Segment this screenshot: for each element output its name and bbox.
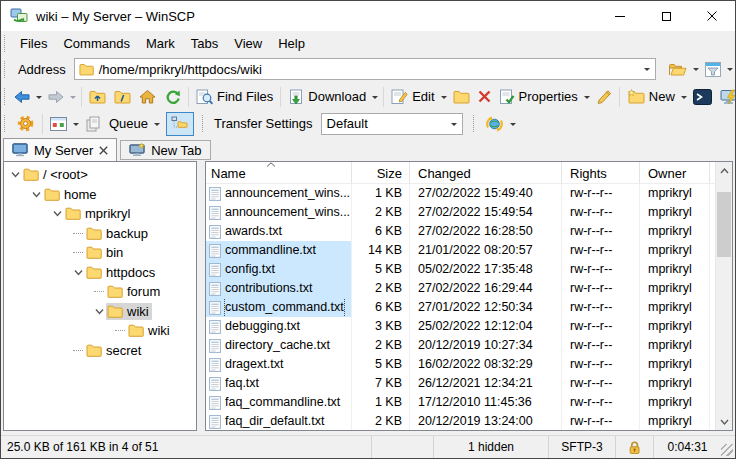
file-row[interactable]: contributions.txt 2 KB 27/02/2022 16:29:… xyxy=(206,279,715,298)
delete-button[interactable] xyxy=(474,85,495,109)
file-row[interactable]: debugging.txt 3 KB 25/02/2022 12:12:04 r… xyxy=(206,317,715,336)
column-header-size[interactable]: Size xyxy=(352,162,410,183)
home-button[interactable] xyxy=(135,85,160,109)
maximize-button[interactable] xyxy=(643,1,689,31)
tree-toggle-button[interactable] xyxy=(166,112,194,136)
tree-item[interactable]: backup xyxy=(4,224,196,244)
preferences-button[interactable] xyxy=(12,112,39,136)
resize-grip[interactable] xyxy=(721,444,733,456)
menu-item-help[interactable]: Help xyxy=(270,33,313,54)
column-header-name[interactable]: Name xyxy=(206,162,352,183)
toolbar-grip[interactable] xyxy=(4,88,5,105)
column-header-changed[interactable]: Changed xyxy=(410,162,562,183)
tree-item[interactable]: wiki xyxy=(4,302,196,322)
queue-toggle-button[interactable] xyxy=(81,112,105,136)
file-row[interactable]: commandline.txt 14 KB 21/01/2022 08:20:5… xyxy=(206,241,715,260)
vertical-scrollbar[interactable] xyxy=(715,162,732,430)
tree-item[interactable]: / <root> xyxy=(4,165,196,185)
menu-item-files[interactable]: Files xyxy=(12,33,55,54)
putty-button[interactable] xyxy=(716,85,736,109)
download-dropdown[interactable] xyxy=(370,85,380,109)
menu-item-tabs[interactable]: Tabs xyxy=(183,33,226,54)
toolbar-grip[interactable] xyxy=(202,115,205,132)
filter-dropdown[interactable] xyxy=(725,57,735,81)
file-row[interactable]: custom_command.txt 6 KB 27/01/2022 12:50… xyxy=(206,298,715,317)
copy-button[interactable] xyxy=(449,85,474,109)
tree-item[interactable]: forum xyxy=(4,282,196,302)
tree-item[interactable]: secret xyxy=(4,341,196,361)
tree-expander[interactable] xyxy=(50,209,64,218)
menu-item-mark[interactable]: Mark xyxy=(138,33,183,54)
scrollbar-thumb[interactable] xyxy=(717,192,731,257)
new-button[interactable]: New xyxy=(623,85,679,109)
new-dropdown[interactable] xyxy=(679,85,689,109)
menu-item-view[interactable]: View xyxy=(226,33,270,54)
file-row[interactable]: faq.txt 7 KB 26/12/2021 12:34:21 rw-r--r… xyxy=(206,374,715,393)
address-dropdown-button[interactable] xyxy=(639,59,655,79)
forward-dropdown[interactable] xyxy=(68,85,78,109)
panels-layout-button[interactable] xyxy=(46,112,71,136)
file-row[interactable]: faq_commandline.txt 1 KB 17/12/2010 11:4… xyxy=(206,393,715,412)
file-row[interactable]: directory_cache.txt 2 KB 20/12/2019 10:2… xyxy=(206,336,715,355)
status-hidden-count[interactable]: 1 hidden xyxy=(433,436,548,458)
properties-dropdown[interactable] xyxy=(582,85,592,109)
tree-item[interactable]: bin xyxy=(4,243,196,263)
parent-directory-button[interactable] xyxy=(85,85,110,109)
column-header-owner[interactable]: Owner xyxy=(640,162,710,183)
find-files-button[interactable]: Find Files xyxy=(192,85,277,109)
edit-dropdown[interactable] xyxy=(439,85,449,109)
tree-expander[interactable] xyxy=(71,350,85,351)
open-directory-dropdown[interactable] xyxy=(691,57,701,81)
properties-button[interactable]: Properties xyxy=(495,85,582,109)
file-row[interactable]: faq_dir_default.txt 2 KB 20/12/2019 13:2… xyxy=(206,412,715,430)
tree-expander[interactable] xyxy=(92,307,106,316)
tree-item[interactable]: httpdocs xyxy=(4,263,196,283)
toolbar-grip[interactable] xyxy=(4,115,7,132)
scrollbar-up-button[interactable] xyxy=(716,162,732,179)
console-button[interactable] xyxy=(689,85,716,109)
forward-button[interactable] xyxy=(44,85,68,109)
address-combo[interactable]: /home/mprikryl/httpdocs/wiki xyxy=(74,58,656,80)
root-directory-button[interactable] xyxy=(110,85,135,109)
toolbar-grip[interactable] xyxy=(4,35,7,52)
file-row[interactable]: config.txt 5 KB 05/02/2022 17:35:48 rw-r… xyxy=(206,260,715,279)
tree-item[interactable]: mprikryl xyxy=(4,204,196,224)
file-row[interactable]: announcement_wins... 2 KB 27/02/2022 15:… xyxy=(206,203,715,222)
tree-expander[interactable] xyxy=(8,170,22,179)
synchronize-settings-button[interactable] xyxy=(481,112,508,136)
synchronize-settings-dropdown[interactable] xyxy=(508,112,518,136)
close-button[interactable] xyxy=(689,1,735,31)
toolbar-grip[interactable] xyxy=(4,61,7,78)
tree-item[interactable]: wiki xyxy=(4,321,196,341)
tab-my-server[interactable]: My Server xyxy=(3,138,117,161)
menu-item-commands[interactable]: Commands xyxy=(55,33,137,54)
refresh-button[interactable] xyxy=(160,85,185,109)
queue-dropdown-button[interactable]: Queue xyxy=(105,112,152,136)
back-button[interactable] xyxy=(10,85,34,109)
queue-dropdown[interactable] xyxy=(152,112,162,136)
toolbar-grip[interactable] xyxy=(473,115,476,132)
filter-button[interactable] xyxy=(701,57,725,81)
back-dropdown[interactable] xyxy=(34,85,44,109)
file-row[interactable]: awards.txt 6 KB 27/02/2022 16:28:50 rw-r… xyxy=(206,222,715,241)
tree-expander[interactable] xyxy=(29,190,43,199)
column-header-rights[interactable]: Rights xyxy=(562,162,640,183)
scrollbar-down-button[interactable] xyxy=(716,413,732,430)
tree-expander[interactable] xyxy=(113,330,127,331)
edit-button[interactable]: Edit xyxy=(387,85,438,109)
minimize-button[interactable] xyxy=(597,1,643,31)
file-row[interactable]: dragext.txt 5 KB 16/02/2022 08:32:29 rw-… xyxy=(206,355,715,374)
tree-expander[interactable] xyxy=(92,291,106,292)
tree-expander[interactable] xyxy=(71,268,85,277)
transfer-settings-dropdown[interactable] xyxy=(446,114,462,134)
tab-close-icon[interactable] xyxy=(99,146,108,155)
tab-new-tab[interactable]: New Tab xyxy=(120,140,210,160)
status-protocol[interactable]: SFTP-3 xyxy=(548,436,615,458)
status-security[interactable] xyxy=(615,436,653,458)
file-row[interactable]: announcement_wins... 1 KB 27/02/2022 15:… xyxy=(206,184,715,203)
transfer-settings-combo[interactable]: Default xyxy=(321,113,463,135)
tree-item[interactable]: home xyxy=(4,185,196,205)
panel-splitter[interactable] xyxy=(197,161,205,431)
tree-expander[interactable] xyxy=(71,233,85,234)
rename-button[interactable] xyxy=(592,85,616,109)
